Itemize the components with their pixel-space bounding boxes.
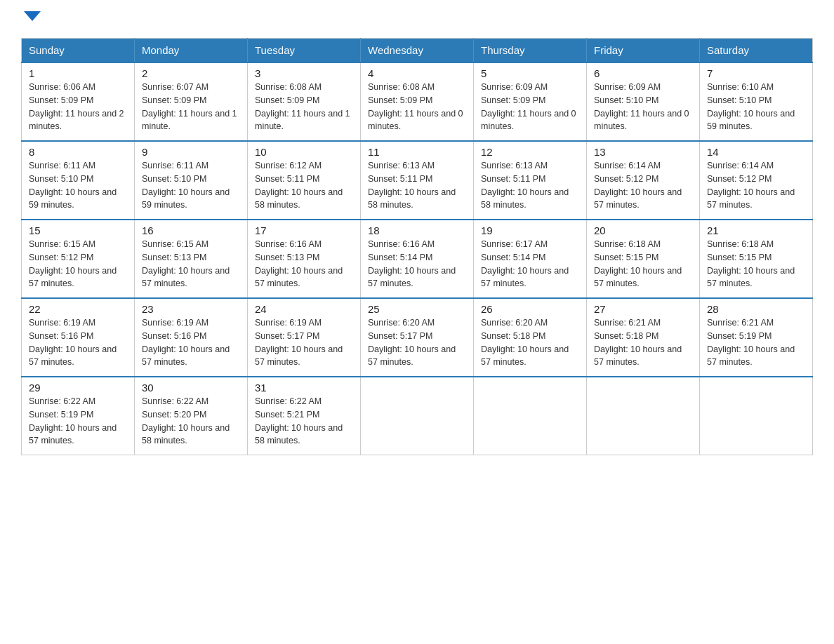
calendar-day-cell: 1 Sunrise: 6:06 AM Sunset: 5:09 PM Dayli… [22, 62, 135, 141]
day-info: Sunrise: 6:11 AM Sunset: 5:10 PM Dayligh… [142, 159, 240, 212]
day-number: 12 [481, 146, 579, 158]
day-info: Sunrise: 6:08 AM Sunset: 5:09 PM Dayligh… [368, 81, 466, 133]
calendar-day-cell: 31 Sunrise: 6:22 AM Sunset: 5:21 PM Dayl… [248, 377, 361, 455]
day-of-week-header: Saturday [700, 39, 813, 63]
day-number: 29 [29, 382, 127, 394]
calendar-day-cell: 2 Sunrise: 6:07 AM Sunset: 5:09 PM Dayli… [135, 62, 248, 141]
calendar-week-row: 1 Sunrise: 6:06 AM Sunset: 5:09 PM Dayli… [22, 62, 813, 141]
day-number: 17 [255, 224, 353, 236]
day-info: Sunrise: 6:08 AM Sunset: 5:09 PM Dayligh… [255, 81, 353, 133]
day-info: Sunrise: 6:15 AM Sunset: 5:12 PM Dayligh… [29, 238, 127, 290]
calendar-day-cell: 22 Sunrise: 6:19 AM Sunset: 5:16 PM Dayl… [22, 298, 135, 377]
calendar-day-cell: 10 Sunrise: 6:12 AM Sunset: 5:11 PM Dayl… [248, 141, 361, 220]
calendar-day-cell: 14 Sunrise: 6:14 AM Sunset: 5:12 PM Dayl… [700, 141, 813, 220]
calendar-day-cell: 30 Sunrise: 6:22 AM Sunset: 5:20 PM Dayl… [135, 377, 248, 455]
calendar-day-cell: 16 Sunrise: 6:15 AM Sunset: 5:13 PM Dayl… [135, 220, 248, 298]
calendar-day-cell: 11 Sunrise: 6:13 AM Sunset: 5:11 PM Dayl… [361, 141, 474, 220]
calendar-header-row: SundayMondayTuesdayWednesdayThursdayFrid… [22, 39, 813, 63]
calendar-day-cell: 23 Sunrise: 6:19 AM Sunset: 5:16 PM Dayl… [135, 298, 248, 377]
calendar-day-cell: 9 Sunrise: 6:11 AM Sunset: 5:10 PM Dayli… [135, 141, 248, 220]
calendar-day-cell: 19 Sunrise: 6:17 AM Sunset: 5:14 PM Dayl… [474, 220, 587, 298]
day-number: 8 [29, 146, 127, 158]
day-info: Sunrise: 6:21 AM Sunset: 5:19 PM Dayligh… [707, 316, 805, 369]
calendar-day-cell: 26 Sunrise: 6:20 AM Sunset: 5:18 PM Dayl… [474, 298, 587, 377]
day-info: Sunrise: 6:21 AM Sunset: 5:18 PM Dayligh… [594, 316, 692, 369]
calendar-day-cell: 3 Sunrise: 6:08 AM Sunset: 5:09 PM Dayli… [248, 62, 361, 141]
day-info: Sunrise: 6:18 AM Sunset: 5:15 PM Dayligh… [707, 238, 805, 290]
day-info: Sunrise: 6:16 AM Sunset: 5:14 PM Dayligh… [368, 238, 466, 290]
day-info: Sunrise: 6:16 AM Sunset: 5:13 PM Dayligh… [255, 238, 353, 290]
calendar-week-row: 22 Sunrise: 6:19 AM Sunset: 5:16 PM Dayl… [22, 298, 813, 377]
day-number: 23 [142, 303, 240, 315]
day-info: Sunrise: 6:07 AM Sunset: 5:09 PM Dayligh… [142, 81, 240, 133]
day-info: Sunrise: 6:15 AM Sunset: 5:13 PM Dayligh… [142, 238, 240, 290]
day-info: Sunrise: 6:14 AM Sunset: 5:12 PM Dayligh… [594, 159, 692, 212]
calendar-week-row: 29 Sunrise: 6:22 AM Sunset: 5:19 PM Dayl… [22, 377, 813, 455]
calendar-day-cell: 8 Sunrise: 6:11 AM Sunset: 5:10 PM Dayli… [22, 141, 135, 220]
calendar-table: SundayMondayTuesdayWednesdayThursdayFrid… [21, 38, 813, 455]
day-number: 16 [142, 224, 240, 236]
day-number: 7 [707, 67, 805, 79]
calendar-week-row: 15 Sunrise: 6:15 AM Sunset: 5:12 PM Dayl… [22, 220, 813, 298]
calendar-day-cell: 21 Sunrise: 6:18 AM Sunset: 5:15 PM Dayl… [700, 220, 813, 298]
day-of-week-header: Thursday [474, 39, 587, 63]
day-of-week-header: Monday [135, 39, 248, 63]
day-number: 4 [368, 67, 466, 79]
calendar-day-cell [700, 377, 813, 455]
day-info: Sunrise: 6:22 AM Sunset: 5:20 PM Dayligh… [142, 395, 240, 448]
day-info: Sunrise: 6:14 AM Sunset: 5:12 PM Dayligh… [707, 159, 805, 212]
day-number: 9 [142, 146, 240, 158]
day-number: 15 [29, 224, 127, 236]
day-number: 20 [594, 224, 692, 236]
day-info: Sunrise: 6:19 AM Sunset: 5:16 PM Dayligh… [29, 316, 127, 369]
calendar-day-cell: 24 Sunrise: 6:19 AM Sunset: 5:17 PM Dayl… [248, 298, 361, 377]
logo [21, 14, 41, 24]
calendar-day-cell [587, 377, 700, 455]
calendar-day-cell: 5 Sunrise: 6:09 AM Sunset: 5:09 PM Dayli… [474, 62, 587, 141]
day-number: 6 [594, 67, 692, 79]
calendar-day-cell: 17 Sunrise: 6:16 AM Sunset: 5:13 PM Dayl… [248, 220, 361, 298]
day-info: Sunrise: 6:22 AM Sunset: 5:19 PM Dayligh… [29, 395, 127, 448]
day-number: 2 [142, 67, 240, 79]
day-info: Sunrise: 6:17 AM Sunset: 5:14 PM Dayligh… [481, 238, 579, 290]
day-of-week-header: Wednesday [361, 39, 474, 63]
day-info: Sunrise: 6:18 AM Sunset: 5:15 PM Dayligh… [594, 238, 692, 290]
day-info: Sunrise: 6:11 AM Sunset: 5:10 PM Dayligh… [29, 159, 127, 212]
day-of-week-header: Sunday [22, 39, 135, 63]
day-number: 25 [368, 303, 466, 315]
page-header [21, 14, 813, 24]
calendar-day-cell: 15 Sunrise: 6:15 AM Sunset: 5:12 PM Dayl… [22, 220, 135, 298]
day-info: Sunrise: 6:20 AM Sunset: 5:17 PM Dayligh… [368, 316, 466, 369]
day-number: 21 [707, 224, 805, 236]
calendar-day-cell: 18 Sunrise: 6:16 AM Sunset: 5:14 PM Dayl… [361, 220, 474, 298]
calendar-day-cell [474, 377, 587, 455]
day-number: 10 [255, 146, 353, 158]
day-info: Sunrise: 6:22 AM Sunset: 5:21 PM Dayligh… [255, 395, 353, 448]
day-info: Sunrise: 6:13 AM Sunset: 5:11 PM Dayligh… [368, 159, 466, 212]
day-number: 31 [255, 382, 353, 394]
day-number: 14 [707, 146, 805, 158]
calendar-day-cell: 27 Sunrise: 6:21 AM Sunset: 5:18 PM Dayl… [587, 298, 700, 377]
day-info: Sunrise: 6:12 AM Sunset: 5:11 PM Dayligh… [255, 159, 353, 212]
calendar-week-row: 8 Sunrise: 6:11 AM Sunset: 5:10 PM Dayli… [22, 141, 813, 220]
calendar-day-cell: 13 Sunrise: 6:14 AM Sunset: 5:12 PM Dayl… [587, 141, 700, 220]
day-info: Sunrise: 6:06 AM Sunset: 5:09 PM Dayligh… [29, 81, 127, 133]
day-number: 28 [707, 303, 805, 315]
day-info: Sunrise: 6:20 AM Sunset: 5:18 PM Dayligh… [481, 316, 579, 369]
day-number: 27 [594, 303, 692, 315]
day-number: 3 [255, 67, 353, 79]
day-info: Sunrise: 6:09 AM Sunset: 5:09 PM Dayligh… [481, 81, 579, 133]
day-number: 13 [594, 146, 692, 158]
logo-arrow-icon [24, 11, 41, 21]
calendar-day-cell: 25 Sunrise: 6:20 AM Sunset: 5:17 PM Dayl… [361, 298, 474, 377]
day-number: 1 [29, 67, 127, 79]
day-info: Sunrise: 6:09 AM Sunset: 5:10 PM Dayligh… [594, 81, 692, 133]
day-number: 11 [368, 146, 466, 158]
calendar-day-cell: 20 Sunrise: 6:18 AM Sunset: 5:15 PM Dayl… [587, 220, 700, 298]
calendar-day-cell: 6 Sunrise: 6:09 AM Sunset: 5:10 PM Dayli… [587, 62, 700, 141]
day-number: 22 [29, 303, 127, 315]
day-info: Sunrise: 6:19 AM Sunset: 5:16 PM Dayligh… [142, 316, 240, 369]
calendar-day-cell: 4 Sunrise: 6:08 AM Sunset: 5:09 PM Dayli… [361, 62, 474, 141]
day-number: 18 [368, 224, 466, 236]
calendar-day-cell: 7 Sunrise: 6:10 AM Sunset: 5:10 PM Dayli… [700, 62, 813, 141]
